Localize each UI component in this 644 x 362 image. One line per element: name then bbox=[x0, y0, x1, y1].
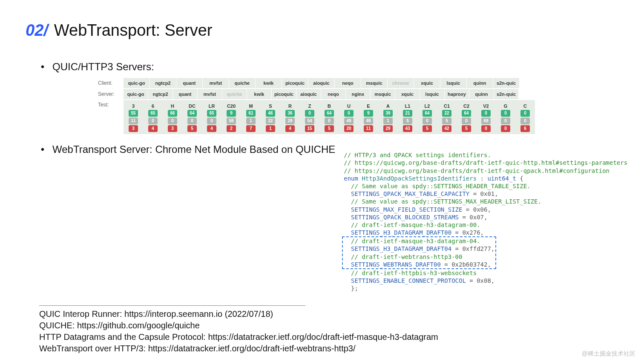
test-badge: 5 bbox=[403, 118, 412, 124]
code-id: SETTINGS_QPACK_BLOCKED_STREAMS bbox=[344, 214, 459, 221]
code-line: // draft-ietf-masque-h3-datagram-00. bbox=[344, 221, 480, 228]
test-badge: 0 bbox=[520, 118, 530, 124]
code-line: // draft-ietf-httpbis-h3-websockets bbox=[344, 270, 477, 276]
test-col-header: 6 bbox=[143, 102, 163, 109]
code-type: Http3AndQpackSettingsIdentifiers bbox=[362, 175, 477, 182]
test-badge: 64 bbox=[423, 110, 432, 117]
code-type: uint64_t bbox=[487, 175, 516, 182]
test-col-header: L2 bbox=[417, 102, 437, 109]
bullet-dot: • bbox=[40, 144, 45, 155]
code-line: // draft-ietf-webtrans-http3-00 bbox=[344, 253, 462, 260]
ref-datagram: HTTP Datagrams and the Capsule Protocol:… bbox=[39, 331, 618, 343]
server-pill: aioquic bbox=[296, 89, 321, 99]
test-col: C122542 bbox=[437, 102, 457, 132]
test-col-header: C2 bbox=[457, 102, 476, 109]
references: QUIC Interop Runner: https://interop.see… bbox=[26, 308, 618, 354]
bullet-dot: • bbox=[40, 61, 45, 73]
test-badge: 49 bbox=[344, 118, 354, 124]
test-badge: 29 bbox=[285, 118, 295, 124]
test-badge: 9 bbox=[364, 110, 373, 117]
code-block: // HTTP/3 and QPACK settings identifiers… bbox=[344, 144, 627, 293]
code-line: // https://quicwg.org/base-drafts/draft-… bbox=[344, 167, 610, 174]
server-pill: kwik bbox=[247, 89, 272, 99]
test-badge: 42 bbox=[442, 125, 451, 132]
code-id: SETTINGS_QPACK_MAX_TABLE_CAPACITY bbox=[344, 190, 469, 197]
client-pill: picoquic bbox=[282, 78, 308, 88]
server-pill: mvfst bbox=[198, 89, 222, 99]
client-row: quic-gongtcp2quantmvfstquichekwikpicoqui… bbox=[124, 78, 520, 88]
test-badge: 58 bbox=[227, 118, 236, 124]
test-badge: 11 bbox=[129, 118, 138, 124]
test-badge: 15 bbox=[305, 125, 314, 132]
test-col: S46221 bbox=[261, 102, 280, 132]
server-pill: lsquic bbox=[420, 89, 445, 99]
code-punc: { bbox=[516, 175, 523, 182]
server-pill: s2n-quic bbox=[494, 89, 519, 99]
server-pill: ngtcp2 bbox=[148, 89, 173, 99]
code-keyword: enum bbox=[344, 175, 362, 182]
watermark: @稀土掘金技术社区 bbox=[582, 350, 635, 358]
ref-webtransport: WebTransport over HTTP/3: https://datatr… bbox=[39, 343, 618, 354]
code-val: = 0xffd277, bbox=[451, 245, 494, 252]
test-col: C209582 bbox=[221, 102, 241, 132]
test-col-header: DC bbox=[182, 102, 202, 109]
code-id: SETTINGS_ENABLE_CONNECT_PROTOCOL bbox=[344, 277, 466, 284]
ref-interop: QUIC Interop Runner: https://interop.see… bbox=[39, 308, 618, 320]
ref-quiche: QUICHE: https://github.com/google/quiche bbox=[39, 320, 618, 331]
server-pill: picoquic bbox=[272, 89, 296, 99]
test-col: H6603 bbox=[163, 102, 182, 132]
client-pill: quiche bbox=[229, 78, 256, 88]
test-badge: 43 bbox=[403, 125, 412, 132]
code-val: = 0x07, bbox=[459, 214, 487, 221]
client-pill: lsquic bbox=[440, 78, 467, 88]
test-badge: 1 bbox=[246, 118, 256, 124]
client-pill: msquic bbox=[361, 78, 388, 88]
code-line: // draft-ietf-masque-h3-datagram-04. bbox=[344, 238, 480, 244]
code-punc: : bbox=[477, 175, 487, 182]
test-badge: 0 bbox=[344, 110, 354, 117]
client-pill: quinn bbox=[467, 78, 493, 88]
test-col: DC6405 bbox=[182, 102, 202, 132]
test-badge: 5 bbox=[462, 125, 471, 132]
client-pill: xquic bbox=[414, 78, 440, 88]
test-col-header: M bbox=[241, 102, 261, 109]
test-col-header: U bbox=[339, 102, 359, 109]
client-pill: chrome bbox=[388, 78, 414, 88]
test-badge: 11 bbox=[364, 125, 373, 132]
server-pill: quinn bbox=[469, 89, 494, 99]
test-badge: 7 bbox=[246, 125, 256, 132]
server-pill: xquic bbox=[395, 89, 420, 99]
server-pill: quiche bbox=[222, 89, 247, 99]
bullet-text: QUIC/HTTP3 Servers: bbox=[52, 61, 154, 73]
test-badge: 0 bbox=[501, 125, 510, 132]
test-badge: 64 bbox=[187, 110, 197, 117]
test-badge: 55 bbox=[129, 110, 138, 117]
test-badge: 64 bbox=[462, 110, 471, 117]
code-val: = 0x08, bbox=[466, 277, 494, 284]
client-pill: mvfst bbox=[203, 78, 229, 88]
test-badge: 5 bbox=[187, 125, 197, 132]
section-number: 02/ bbox=[26, 21, 48, 40]
code-line: // Same value as spdy::SETTINGS_MAX_HEAD… bbox=[344, 198, 541, 205]
test-col-header: 3 bbox=[124, 102, 143, 109]
test-badge: 0 bbox=[501, 110, 510, 117]
client-pill: ngtcp2 bbox=[150, 78, 176, 88]
code-line: // Same value as spdy::SETTINGS_HEADER_T… bbox=[344, 183, 530, 190]
test-col: M6117 bbox=[241, 102, 261, 132]
test-badge: 0 bbox=[148, 118, 158, 124]
test-badge: 39 bbox=[383, 110, 393, 117]
test-badge: 49 bbox=[364, 118, 373, 124]
client-pill: aioquic bbox=[308, 78, 335, 88]
test-badge: 29 bbox=[383, 125, 393, 132]
test-badge: 0 bbox=[207, 118, 216, 124]
test-col-header: C20 bbox=[221, 102, 241, 109]
code-id: SETTINGS_MAX_FIELD_SECTION_SIZE bbox=[344, 206, 462, 213]
test-badge: 0 bbox=[423, 118, 432, 124]
test-badge: 0 bbox=[462, 118, 471, 124]
test-col-header: G bbox=[496, 102, 515, 109]
test-label: Test: bbox=[98, 100, 124, 108]
test-badge: 66 bbox=[168, 110, 177, 117]
server-pill: neqo bbox=[321, 89, 346, 99]
client-pill: s2n-quic bbox=[493, 78, 520, 88]
test-col-header: LR bbox=[202, 102, 221, 109]
